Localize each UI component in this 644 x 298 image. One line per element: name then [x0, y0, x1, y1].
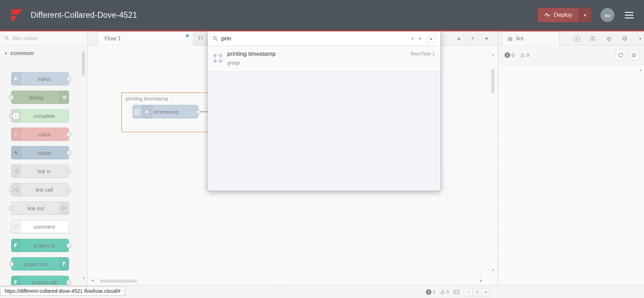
project-call-icon [11, 276, 21, 285]
avatar-initials: su [605, 12, 610, 18]
sidebar-tab-debug[interactable] [604, 35, 614, 43]
comment-icon [11, 220, 21, 233]
zoom-in-button[interactable]: + [481, 288, 490, 296]
canvas-hscrollbar-thumb[interactable] [100, 280, 137, 283]
palette-node-complete[interactable]: ! complete [11, 109, 69, 122]
lint-toolbar: i 0 ⚠ 0 ⚙ [498, 45, 644, 65]
flow-modified-dot [186, 34, 189, 37]
node-output-port [67, 188, 71, 192]
search-options-icon[interactable]: ▾ [418, 36, 422, 41]
inject-trigger-button[interactable] [133, 108, 141, 116]
sidebar-tabbar: ▦ lint i ⚙ ▾ [498, 31, 644, 45]
flowfuse-logo-icon [9, 7, 25, 23]
result-title: printing timestamp [227, 51, 276, 58]
info-icon: i [574, 36, 580, 42]
palette-node-label: catch [23, 128, 66, 140]
warning-icon: ⚠ [440, 289, 445, 295]
footer-controls: i 0 ⚠ 0 − + [426, 285, 490, 298]
canvas-scroll-down-icon[interactable]: ▼ [491, 268, 495, 272]
sidebar-tab-help[interactable] [588, 35, 598, 43]
palette-node-project-call[interactable]: project call [11, 276, 69, 285]
node-output-port [67, 132, 71, 137]
search-result-item[interactable]: printing timestamp group flow:Flow 1 [208, 46, 440, 72]
deploy-icon [544, 13, 550, 17]
zoom-controls: − + [464, 288, 490, 296]
deploy-options-button[interactable]: ▾ [578, 8, 591, 22]
lint-settings-button[interactable]: ⚙ [629, 50, 639, 60]
palette-node-inject[interactable]: inject [11, 72, 69, 85]
zoom-reset-icon [476, 290, 479, 293]
deploy-label: Deploy [554, 12, 572, 18]
tab-scroll-right-icon[interactable]: ▸ [454, 31, 465, 45]
palette-category-common[interactable]: ▾ common [5, 50, 34, 56]
link-call-icon [11, 183, 21, 196]
result-flow-ref: flow:Flow 1 [411, 51, 435, 56]
palette-node-debug[interactable]: debug [11, 91, 69, 104]
sidebar-scroll-up-icon[interactable]: ▲ [639, 68, 642, 72]
main-menu-button[interactable] [623, 10, 635, 20]
palette-node-catch[interactable]: ! catch [11, 128, 69, 141]
add-flow-button[interactable]: + [467, 31, 478, 45]
header-actions: Deploy ▾ su [537, 8, 635, 22]
instance-title: Different-Collared-Dove-4521 [31, 10, 137, 20]
palette-scroll-down-icon[interactable]: ▼ [82, 276, 85, 280]
palette-node-project-out[interactable]: project out [11, 257, 69, 270]
lint-counts: i 0 ⚠ 0 [505, 45, 529, 65]
refresh-icon [618, 52, 623, 58]
canvas-vscrollbar-thumb[interactable] [491, 69, 495, 93]
palette-node-label: debug [14, 91, 58, 104]
palette-node-status[interactable]: status [11, 146, 69, 159]
canvas-scroll-up-icon[interactable]: ▲ [491, 53, 495, 56]
palette-node-link-call[interactable]: link call [11, 183, 69, 196]
node-input-port [9, 206, 14, 211]
warning-count: ⚠ 0 [520, 52, 529, 59]
palette-node-label: comment [23, 220, 66, 233]
minimap-toggle-button[interactable] [453, 290, 460, 295]
project-out-icon [59, 257, 69, 270]
node-output-port[interactable] [196, 110, 200, 114]
node-output-port [67, 243, 71, 248]
deploy-button-main[interactable]: Deploy [538, 8, 578, 22]
palette-filter-input[interactable] [12, 35, 83, 41]
node-input-port [9, 262, 14, 266]
tab-label: Flow 1 [105, 36, 121, 42]
palette-node-label: link out [14, 202, 58, 214]
right-sidebar: ▦ lint i ⚙ ▾ [498, 31, 644, 285]
project-in-icon [11, 239, 21, 252]
sidebar-menu-icon[interactable]: ▾ [635, 35, 644, 43]
palette-scrollbar-thumb[interactable] [82, 51, 85, 76]
zoom-out-button[interactable]: − [464, 288, 473, 296]
chevron-down-icon: ▾ [639, 36, 641, 41]
palette-node-label: project out [14, 258, 58, 270]
search-dialog: × ▾ ▸ printing timestamp group flow:Fl [207, 31, 441, 191]
hamburger-icon [625, 12, 634, 13]
palette-node-link-in[interactable]: link in [11, 165, 69, 178]
flow-list-menu-icon[interactable]: ▾ [481, 31, 492, 45]
zoom-reset-button[interactable] [473, 288, 482, 296]
user-avatar[interactable]: su [600, 8, 614, 22]
inject-node-timestamp[interactable]: timestamp [132, 105, 198, 119]
open-search-sidebar-button[interactable]: ▸ [427, 35, 436, 43]
group-icon [213, 54, 222, 64]
sidebar-tab-lint[interactable]: ▦ lint [502, 31, 560, 45]
palette-node-link-out[interactable]: link out [11, 201, 69, 215]
lint-refresh-button[interactable] [615, 50, 626, 60]
search-input[interactable] [221, 35, 407, 42]
palette-node-project-in[interactable]: project in [11, 239, 69, 252]
canvas-scroll-right-icon[interactable]: ▶ [480, 279, 483, 282]
chevron-down-icon: ▾ [584, 13, 586, 18]
deploy-button[interactable]: Deploy ▾ [537, 8, 591, 22]
clear-search-icon[interactable]: × [410, 36, 415, 42]
palette-search[interactable] [0, 31, 87, 45]
palette-node-label: complete [23, 109, 66, 122]
palette-node-label: project in [23, 239, 66, 252]
info-count: i 0 [505, 52, 514, 58]
tab-flow-1[interactable]: Flow 1 [97, 31, 193, 45]
palette-node-comment[interactable]: comment [11, 220, 69, 233]
palette-node-label: status [23, 146, 66, 159]
node-output-port [67, 280, 71, 285]
canvas-scroll-left-icon[interactable]: ◀ [91, 279, 94, 282]
sidebar-tab-info[interactable]: i [572, 35, 582, 43]
sidebar-tab-config[interactable]: ⚙ [620, 35, 630, 43]
node-input-port [9, 95, 14, 100]
